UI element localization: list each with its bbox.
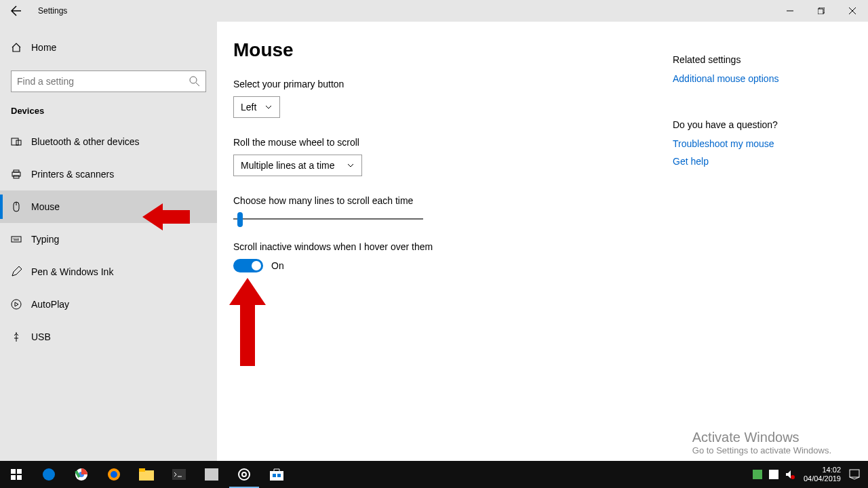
watermark-title: Activate Windows bbox=[692, 430, 831, 445]
svg-point-9 bbox=[12, 300, 21, 309]
nav-label: Mouse bbox=[31, 201, 60, 212]
taskbar: 14:02 04/04/2019 bbox=[0, 461, 868, 488]
tray-security-icon[interactable] bbox=[749, 470, 766, 479]
taskbar-settings[interactable] bbox=[228, 461, 260, 488]
tray-network-icon[interactable] bbox=[766, 470, 782, 479]
window-controls bbox=[774, 0, 868, 22]
firefox-icon bbox=[106, 467, 121, 482]
toggle-knob bbox=[252, 261, 261, 270]
svg-rect-30 bbox=[753, 470, 762, 479]
nav-label: Bluetooth & other devices bbox=[31, 136, 140, 147]
nav-label: AutoPlay bbox=[31, 299, 69, 310]
taskbar-app[interactable] bbox=[195, 461, 228, 488]
svg-rect-2 bbox=[12, 138, 18, 145]
svg-rect-33 bbox=[850, 470, 859, 477]
svg-rect-0 bbox=[818, 9, 823, 14]
printer-icon bbox=[11, 169, 22, 180]
back-arrow-icon bbox=[11, 5, 22, 16]
sidebar-home[interactable]: Home bbox=[0, 34, 217, 61]
content-area: Mouse Select your primary button Left Ro… bbox=[217, 22, 868, 461]
restore-button[interactable] bbox=[806, 0, 837, 22]
inactive-label: Scroll inactive windows when I hover ove… bbox=[233, 241, 868, 252]
autoplay-icon bbox=[11, 299, 22, 310]
svg-rect-29 bbox=[277, 474, 281, 477]
start-button[interactable] bbox=[0, 461, 33, 488]
sidebar-item-pen[interactable]: Pen & Windows Ink bbox=[0, 256, 217, 288]
svg-marker-10 bbox=[142, 203, 190, 230]
time-text: 14:02 bbox=[804, 466, 841, 474]
svg-rect-24 bbox=[205, 468, 218, 481]
home-label: Home bbox=[31, 42, 56, 53]
svg-rect-27 bbox=[270, 471, 283, 481]
nav-label: Typing bbox=[31, 234, 59, 245]
svg-rect-8 bbox=[12, 237, 21, 242]
taskbar-firefox[interactable] bbox=[98, 461, 130, 488]
back-button[interactable] bbox=[0, 0, 33, 22]
inactive-toggle[interactable] bbox=[233, 259, 263, 272]
taskbar-clock[interactable]: 14:02 04/04/2019 bbox=[804, 466, 841, 483]
svg-rect-28 bbox=[273, 474, 276, 477]
chevron-down-icon bbox=[347, 161, 355, 169]
sidebar: Home Devices Bluetooth & other devices P… bbox=[0, 22, 217, 461]
scroll-wheel-dropdown[interactable]: Multiple lines at a time bbox=[233, 155, 362, 176]
sidebar-item-bluetooth[interactable]: Bluetooth & other devices bbox=[0, 125, 217, 158]
troubleshoot-link[interactable]: Troubleshoot my mouse bbox=[673, 138, 835, 149]
usb-icon bbox=[11, 331, 22, 342]
taskbar-edge[interactable] bbox=[33, 461, 65, 488]
svg-rect-5 bbox=[14, 170, 19, 172]
annotation-arrow-up bbox=[229, 278, 266, 366]
nav-label: USB bbox=[31, 331, 51, 342]
slider-thumb[interactable] bbox=[237, 212, 243, 227]
keyboard-icon bbox=[11, 234, 22, 245]
taskbar-terminal[interactable] bbox=[163, 461, 195, 488]
edge-icon bbox=[41, 467, 56, 482]
minimize-button[interactable] bbox=[774, 0, 806, 22]
svg-rect-12 bbox=[11, 469, 16, 474]
window-title: Settings bbox=[38, 6, 67, 16]
svg-point-1 bbox=[190, 77, 197, 83]
related-heading: Related settings bbox=[673, 54, 835, 65]
svg-point-26 bbox=[242, 472, 246, 476]
svg-rect-31 bbox=[769, 470, 778, 479]
home-icon bbox=[11, 42, 22, 53]
svg-rect-14 bbox=[11, 475, 16, 480]
svg-point-32 bbox=[791, 475, 795, 479]
search-input-container[interactable] bbox=[11, 70, 206, 92]
watermark-sub: Go to Settings to activate Windows. bbox=[692, 445, 831, 455]
gear-icon bbox=[237, 468, 251, 481]
category-label: Devices bbox=[0, 106, 217, 116]
titlebar: Settings bbox=[0, 0, 868, 22]
svg-rect-22 bbox=[139, 468, 145, 472]
sidebar-item-usb[interactable]: USB bbox=[0, 321, 217, 353]
close-button[interactable] bbox=[837, 0, 868, 22]
svg-rect-15 bbox=[17, 475, 22, 480]
taskbar-store[interactable] bbox=[260, 461, 293, 488]
bluetooth-icon bbox=[11, 136, 22, 147]
app-icon bbox=[205, 468, 218, 481]
taskbar-chrome[interactable] bbox=[65, 461, 98, 488]
svg-point-25 bbox=[239, 469, 250, 480]
get-help-link[interactable]: Get help bbox=[673, 156, 835, 167]
date-text: 04/04/2019 bbox=[804, 474, 841, 483]
tray-volume-icon[interactable] bbox=[782, 470, 798, 479]
additional-options-link[interactable]: Additional mouse options bbox=[673, 73, 835, 84]
search-input[interactable] bbox=[17, 76, 189, 87]
svg-rect-13 bbox=[17, 469, 22, 474]
pen-icon bbox=[11, 266, 22, 277]
svg-rect-23 bbox=[172, 469, 186, 480]
annotation-arrow-left bbox=[142, 202, 190, 232]
toggle-state: On bbox=[271, 260, 284, 271]
lines-slider[interactable] bbox=[233, 218, 423, 220]
svg-rect-21 bbox=[139, 470, 154, 481]
question-heading: Do you have a question? bbox=[673, 119, 835, 130]
windows-icon bbox=[11, 469, 22, 480]
taskbar-explorer[interactable] bbox=[130, 461, 163, 488]
sidebar-item-autoplay[interactable]: AutoPlay bbox=[0, 288, 217, 321]
chrome-icon bbox=[74, 467, 89, 482]
svg-point-20 bbox=[111, 471, 117, 478]
primary-button-dropdown[interactable]: Left bbox=[233, 96, 280, 118]
dropdown-value: Multiple lines at a time bbox=[241, 160, 335, 171]
mouse-icon bbox=[11, 201, 22, 212]
sidebar-item-printers[interactable]: Printers & scanners bbox=[0, 158, 217, 190]
tray-notifications-icon[interactable] bbox=[846, 469, 863, 480]
